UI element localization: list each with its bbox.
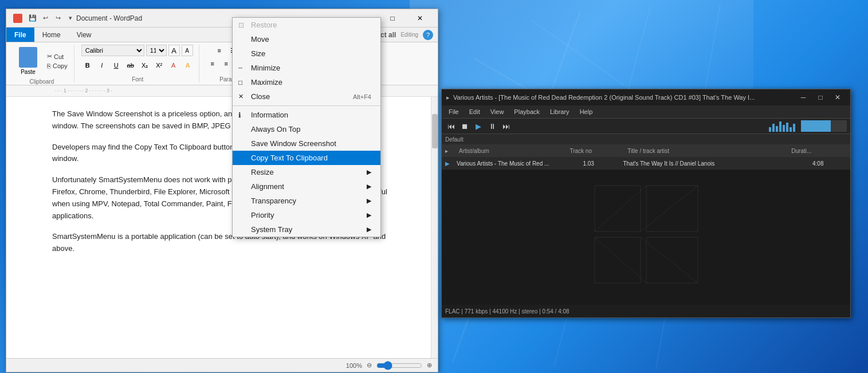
maximize-btn[interactable]: □ <box>379 10 406 27</box>
undo-btn[interactable]: ↩ <box>40 13 51 24</box>
mp-play-btn[interactable]: ▶ <box>473 120 484 132</box>
superscript-btn[interactable]: X² <box>153 60 166 71</box>
mp-menu-file[interactable]: File <box>444 105 464 118</box>
paste-button[interactable]: Paste <box>14 45 42 77</box>
ribbon-group-clipboard: Paste ✂ Cut ⎘ Copy <box>10 45 74 83</box>
mp-pause-btn[interactable]: ⏸ <box>486 120 498 132</box>
strikethrough-btn[interactable]: ab <box>124 60 137 71</box>
clipboard-area: Paste ✂ Cut ⎘ Copy <box>14 45 69 77</box>
mp-menu-edit[interactable]: Edit <box>465 105 485 118</box>
ctx-move-label: Move <box>251 35 269 44</box>
ctx-alignment[interactable]: Alignment ▶ <box>233 179 380 194</box>
help-btn[interactable]: ? <box>423 30 433 40</box>
mp-status-text: FLAC | 771 kbps | 44100 Hz | stereo | 0:… <box>445 308 569 315</box>
mp-dur-col: Durati... <box>789 148 847 154</box>
mp-prev-btn[interactable]: ⏮ <box>445 120 457 132</box>
mp-track-row[interactable]: ▶ Various Artists - The Music of Red ...… <box>442 157 850 170</box>
underline-btn[interactable]: U <box>110 60 123 71</box>
maximize-icon: □ <box>238 78 242 87</box>
close-btn[interactable]: ✕ <box>407 10 433 27</box>
ctx-size-label: Size <box>251 49 265 58</box>
font-color-btn[interactable]: A <box>167 60 180 71</box>
ctx-system-tray-label: System Tray <box>251 225 292 234</box>
qa-dropdown-btn[interactable]: ▾ <box>65 13 76 24</box>
ribbon-group-font: Calibri 11 A A B I U ab <box>77 45 199 83</box>
mp-window-controls: ─ □ ✕ <box>795 90 846 105</box>
mp-close-btn[interactable]: ✕ <box>830 90 846 105</box>
doc-scrollbar[interactable] <box>431 97 438 358</box>
mp-eq-visualizer <box>769 120 795 132</box>
ctx-copy-clipboard-label: Copy Text To Clipboard <box>251 154 328 162</box>
ctx-save-screenshot[interactable]: Save Window Screenshot <box>233 136 380 151</box>
save-quick-btn[interactable]: 💾 <box>27 13 38 24</box>
mp-volume-area[interactable] <box>801 120 847 132</box>
zoom-level: 100% <box>346 362 362 369</box>
mp-menu-library[interactable]: Library <box>545 105 574 118</box>
redo-btn[interactable]: ↪ <box>52 13 64 24</box>
mp-trackno-col: Track no <box>567 148 625 154</box>
ctx-maximize-label: Maximize <box>251 78 282 87</box>
tab-file[interactable]: File <box>6 28 34 42</box>
font-label: Font <box>132 75 143 83</box>
font-grow-btn[interactable]: A <box>168 45 180 56</box>
ctx-size[interactable]: Size <box>233 46 380 61</box>
mp-minimize-btn[interactable]: ─ <box>795 90 811 105</box>
font-group-content: Calibri 11 A A B I U ab <box>81 45 194 75</box>
font-size-select[interactable]: 11 <box>146 45 167 56</box>
mp-title: Various Artists - [The Music of Red Dead… <box>453 94 795 101</box>
font-row2: B I U ab X₂ X² A A <box>81 60 194 71</box>
align-center-btn[interactable]: ≡ <box>220 58 233 69</box>
mp-menu-help[interactable]: Help <box>575 105 598 118</box>
ctx-close-shortcut: Alt+F4 <box>353 93 371 100</box>
mp-menu-view[interactable]: View <box>486 105 509 118</box>
media-player-window: ▸ Various Artists - [The Music of Red De… <box>441 89 851 318</box>
ctx-minimize[interactable]: ─ Minimize <box>233 61 380 75</box>
ctx-alignment-arrow: ▶ <box>367 183 371 190</box>
ctx-information[interactable]: ℹ Information <box>233 108 380 122</box>
paste-label: Paste <box>21 69 36 75</box>
zoom-minus-icon[interactable]: ⊖ <box>367 362 372 369</box>
cut-button[interactable]: ✂ Cut <box>45 52 69 61</box>
ctx-restore[interactable]: ⊡ Restore <box>233 18 380 32</box>
font-shrink-btn[interactable]: A <box>182 45 193 56</box>
font-name-select[interactable]: Calibri <box>81 45 144 56</box>
ctx-resize[interactable]: Resize ▶ <box>233 165 380 179</box>
mp-title-arrow: ▸ <box>446 94 450 101</box>
ctx-priority[interactable]: Priority ▶ <box>233 208 380 222</box>
mp-track-no: 1.03 <box>583 160 623 167</box>
svg-line-16 <box>595 186 646 231</box>
tab-view[interactable]: View <box>69 28 100 42</box>
ctx-always-on-top[interactable]: Always On Top <box>233 122 380 136</box>
ctx-transparency[interactable]: Transparency ▶ <box>233 194 380 208</box>
mp-stop-btn[interactable]: ⏹ <box>459 120 470 132</box>
mp-maximize-btn[interactable]: □ <box>812 90 828 105</box>
clipboard-label: Clipboard <box>29 77 54 85</box>
mp-eq-bar-7 <box>790 127 792 132</box>
mp-eq-bar-8 <box>793 124 795 132</box>
mp-menu-playback[interactable]: Playback <box>509 105 544 118</box>
copy-button[interactable]: ⎘ Copy <box>45 62 69 70</box>
ctx-close[interactable]: ✕ Close Alt+F4 <box>233 89 380 104</box>
ctx-move[interactable]: Move <box>233 32 380 46</box>
copy-label: Copy <box>53 62 68 69</box>
zoom-plus-icon[interactable]: ⊕ <box>427 362 432 369</box>
tab-home[interactable]: Home <box>34 28 69 42</box>
ctx-maximize[interactable]: □ Maximize <box>233 75 380 89</box>
align-left-btn[interactable]: ≡ <box>206 58 219 69</box>
subscript-btn[interactable]: X₂ <box>139 60 151 71</box>
mp-next-btn[interactable]: ⏭ <box>500 120 512 132</box>
ctx-system-tray[interactable]: System Tray ▶ <box>233 222 380 237</box>
mp-titlebar: ▸ Various Artists - [The Music of Red De… <box>442 89 850 105</box>
ctx-transparency-arrow: ▶ <box>367 197 371 205</box>
ctx-information-label: Information <box>251 111 288 119</box>
ctx-copy-clipboard[interactable]: Copy Text To Clipboard <box>233 151 380 165</box>
scroll-thumb[interactable] <box>432 114 438 148</box>
minimize-icon: ─ <box>238 65 242 71</box>
mp-toolbar: ⏮ ⏹ ▶ ⏸ ⏭ <box>442 118 850 134</box>
bold-btn[interactable]: B <box>81 60 94 71</box>
zoom-slider[interactable] <box>376 361 422 370</box>
bullet-list-btn[interactable]: ≡ <box>213 45 226 56</box>
highlight-btn[interactable]: A <box>182 60 194 71</box>
italic-btn[interactable]: I <box>96 60 108 71</box>
ctx-always-on-top-label: Always On Top <box>251 125 300 134</box>
